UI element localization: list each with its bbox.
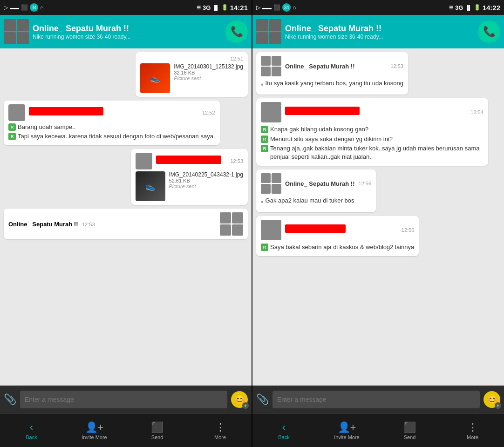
avatar-thumb-2 <box>17 19 29 31</box>
rt5 <box>261 173 271 183</box>
play-icon-r: ▷ <box>256 4 260 11</box>
avatar-thumb-r1 <box>256 19 268 31</box>
msg3-sender-block <box>156 156 227 167</box>
status-bar-left: ▷ ▬▬ ⬛ 34 ⌂ ☰ 3G ▐▌ 🔋 14:21 <box>0 0 252 15</box>
call-button-right[interactable]: 📞 <box>478 20 500 43</box>
msg2-sender-block <box>29 107 198 118</box>
avatar-thumb-r4 <box>269 32 281 44</box>
nav-invite-right[interactable]: 👤+ Invite More <box>333 421 361 440</box>
chat-info-left: Online_ Sepatu Murah !! Nike running wom… <box>33 24 222 40</box>
avatar-thumb-1 <box>4 19 16 31</box>
nav-invite-left[interactable]: 👤+ Invite More <box>81 421 109 440</box>
rmsg2-line3: R Tenang aja..gak bakalan minta tuker ko… <box>261 144 484 161</box>
nav-send-label-left: Send <box>151 434 163 440</box>
nav-back-left[interactable]: ‹ Back <box>18 421 46 440</box>
rmsg3-line1: • Gak apa2 kalau mau di tuker bos <box>261 196 371 207</box>
message-input-right[interactable] <box>272 391 480 408</box>
msg3-avatar <box>136 153 152 169</box>
msg1-filename: IMG_20140301_125132.jpg <box>174 63 243 70</box>
msg1-time: 12:51 <box>230 56 243 61</box>
rmsg2-sender-bar <box>285 107 360 115</box>
nav-more-right[interactable]: ⋮ More <box>459 421 487 440</box>
msg2-sender-bar <box>29 107 103 115</box>
wifi-icon: ⌂ <box>40 4 43 11</box>
chat-name-right: Online_ Sepatu Murah !! <box>285 24 474 34</box>
nav-send-label-right: Send <box>404 434 416 440</box>
msg3-size: 52.61 KB <box>169 178 243 183</box>
wifi-icon-r: ⌂ <box>293 4 296 11</box>
rmsg4: 12:56 R Saya bakal sebarin aja di kaskus… <box>256 216 419 256</box>
msg2-text: R Barang udah sampe.. R Tapi saya kecewa… <box>8 123 215 141</box>
msg2-avatar <box>8 104 25 121</box>
chat-area-right: Online_ Sepatu Murah !! 12:53 • Itu sya … <box>252 48 504 386</box>
battery-icon-r: 🔋 <box>474 4 481 11</box>
rmsg2-time: 12:54 <box>470 109 484 115</box>
status-left-icons: ▷ ▬▬ ⬛ 34 ⌂ <box>4 3 43 12</box>
msg1-size: 32.16 KB <box>174 70 243 75</box>
network-label-r: 3G <box>455 4 463 11</box>
signal-bars-r: ▐▌ <box>465 5 471 10</box>
app-bar-right: Online_ Sepatu Murah !! Nike running wom… <box>252 15 504 48</box>
preview-thumb-2 <box>232 212 243 224</box>
nav-send-left[interactable]: ⬛ Send <box>143 421 171 440</box>
nav-send-right[interactable]: ⬛ Send <box>396 421 424 440</box>
msg2-line1: R Barang udah sampe.. <box>8 123 215 131</box>
plus-badge-left: + <box>242 402 249 409</box>
nav-more-label-left: More <box>214 434 226 440</box>
rt2 <box>272 56 281 66</box>
bb-icon-r: ⬛ <box>273 4 280 11</box>
preview-thumb-3 <box>220 224 231 236</box>
msg2-line2: R Tapi saya kecewa..karena tidak sesuai … <box>8 132 215 141</box>
status-right-info-r: ☰ 3G ▐▌ 🔋 14:22 <box>449 4 500 12</box>
rt7 <box>261 184 271 194</box>
emoji-button-right[interactable]: 😊 + <box>484 391 500 408</box>
attach-button-left[interactable]: 📎 <box>4 393 16 406</box>
play-icon: ▷ <box>4 4 8 11</box>
rmsg3: Online_ Sepatu Murah !! 12:56 • Gak apa2… <box>256 169 376 212</box>
msg3-filename: IMG_20140225_043432-1.jpg <box>169 171 243 178</box>
avatar-thumb-3 <box>4 32 16 44</box>
rmsg1-sender: Online_ Sepatu Murah !! <box>285 63 355 70</box>
bottom-nav-left: ‹ Back 👤+ Invite More ⬛ Send ⋮ More <box>0 413 252 447</box>
rmsg1-time: 12:53 <box>390 63 403 69</box>
rmsg4-sender-bar <box>285 224 346 233</box>
network-icon-r: ☰ <box>449 5 453 10</box>
nav-back-right[interactable]: ‹ Back <box>270 421 298 440</box>
more-icon-right: ⋮ <box>468 421 478 433</box>
rmsg3-text: • Gak apa2 kalau mau di tuker bos <box>261 196 371 207</box>
preview-thumbs-left <box>220 212 243 236</box>
back-icon-left: ‹ <box>30 421 33 433</box>
chat-name-left: Online_ Sepatu Murah !! <box>33 24 222 34</box>
rmsg1-line1: • Itu sya kasik yang terbaru bos, yang i… <box>261 79 403 90</box>
preview-bubble-left: Online_ Sepatu Murah !! 12:53 <box>4 209 248 239</box>
rt8 <box>272 184 281 194</box>
network-label: 3G <box>203 4 211 11</box>
rmsg2-line2: R Menurut situ saya suka dengan yg dikir… <box>261 135 484 143</box>
input-bar-right: 📎 😊 + <box>252 386 504 413</box>
emoji-button-left[interactable]: 😊 + <box>231 391 248 408</box>
avatar-thumb-r3 <box>256 32 268 44</box>
nav-invite-label-left: Invite More <box>82 434 107 440</box>
rt3 <box>261 67 271 76</box>
back-icon-right: ‹ <box>282 421 286 433</box>
group-avatar-left <box>4 19 29 44</box>
chat-subtitle-left: Nike running women size 36-40 ready... <box>33 34 163 40</box>
phone-icon-left: 📞 <box>231 26 243 38</box>
rmsg1-avatar <box>261 56 281 76</box>
r-icon-r1: R <box>261 126 268 133</box>
call-button-left[interactable]: 📞 <box>225 20 248 43</box>
chat-area-left: 12:51 👟 IMG_20140301_125132.jpg 32.16 KB… <box>0 48 252 386</box>
nav-more-left[interactable]: ⋮ More <box>206 421 234 440</box>
badge-icon: 34 <box>30 3 38 12</box>
msg3-attachment: 👟 IMG_20140225_043432-1.jpg 52.61 KB Pic… <box>136 171 243 201</box>
avatar-thumb-r2 <box>269 19 281 31</box>
message-input-left[interactable] <box>20 391 227 408</box>
chat-subtitle-right: Nike running women size 36-40 ready... <box>285 34 415 40</box>
plus-badge-right: + <box>495 402 501 409</box>
msg1-thumb: 👟 <box>140 63 170 93</box>
nav-back-label-right: Back <box>278 434 289 440</box>
attach-button-right[interactable]: 📎 <box>256 393 269 406</box>
message-3-left: 12:53 👟 IMG_20140225_043432-1.jpg 52.61 … <box>131 149 248 205</box>
invite-icon-left: 👤+ <box>85 421 104 433</box>
preview-thumb-4 <box>232 224 243 236</box>
